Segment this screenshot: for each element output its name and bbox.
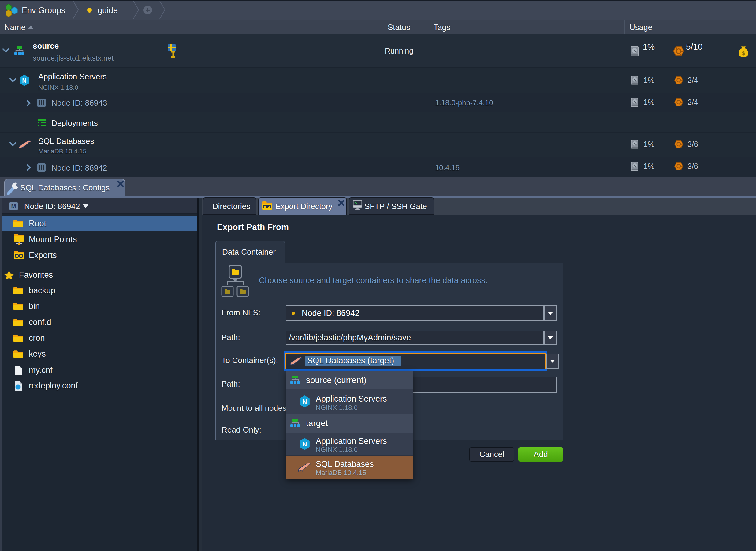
svg-text:N: N [22, 77, 26, 84]
svg-text:$: $ [742, 50, 745, 56]
svg-text:N: N [302, 441, 307, 448]
svg-text:N: N [302, 398, 307, 405]
